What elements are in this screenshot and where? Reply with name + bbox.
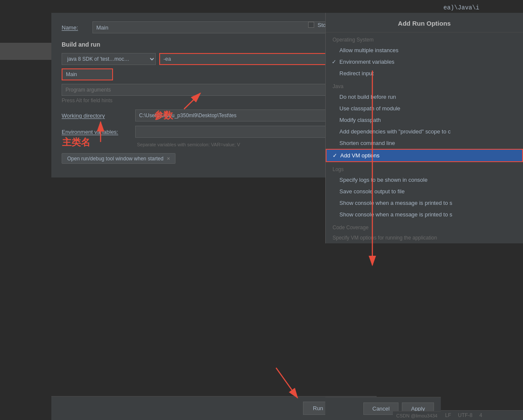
- encoding: UTF-8: [458, 412, 472, 418]
- footer: LF UTF-8 4: [441, 410, 523, 420]
- scrollbar[interactable]: [0, 43, 51, 60]
- code-coverage-header: Code Coverage: [326, 220, 523, 232]
- menu-item-classpath-module[interactable]: Use classpath of module: [326, 103, 523, 114]
- menu-item-allow-multiple[interactable]: Allow multiple instances: [326, 44, 523, 56]
- main-class-row: [62, 68, 366, 80]
- sdk-select[interactable]: java 8 SDK of 'test…moc…: [62, 53, 156, 65]
- field-hint: Press Alt for field hints: [62, 98, 366, 104]
- editor-code: ea)\Java\i: [443, 4, 479, 11]
- sdk-row: java 8 SDK of 'test…moc…: [62, 53, 366, 65]
- working-dir-label: Working directory: [62, 112, 130, 119]
- tag-close-icon[interactable]: ×: [167, 155, 170, 162]
- build-run-title: Build and run: [62, 41, 366, 48]
- tag-row: Open run/debug tool window when started …: [62, 153, 366, 164]
- menu-item-save-console[interactable]: Save console output to file: [326, 186, 523, 197]
- menu-item-add-dependencies[interactable]: Add dependencies with "provided" scope t…: [326, 126, 523, 137]
- menu-item-modify-classpath[interactable]: Modify classpath: [326, 114, 523, 126]
- svg-line-4: [276, 368, 297, 398]
- menu-item-env-variables[interactable]: Environment variables: [326, 56, 523, 68]
- tag-label: Open run/debug tool window when started: [67, 156, 163, 162]
- line-ending: LF: [445, 412, 451, 418]
- menu-item-show-console-2[interactable]: Show console when a message is printed t…: [326, 209, 523, 220]
- menu-item-shorten-cmd[interactable]: Shorten command line: [326, 137, 523, 149]
- logs-section-header: Logs: [326, 162, 523, 174]
- env-vars-row: Environment variables:: [62, 126, 366, 138]
- menu-item-specify-logs[interactable]: Specify logs to be shown in console: [326, 174, 523, 186]
- menu-item-add-vm-options[interactable]: Add VM options: [326, 149, 523, 162]
- env-vars-label: Environment variables:: [62, 129, 130, 135]
- name-label: Name:: [62, 24, 87, 31]
- add-run-options-panel: Add Run Options Operating System Allow m…: [325, 13, 523, 243]
- working-dir-row: Working directory: [62, 109, 366, 121]
- separator-hint: Separate variables with semicolon: VAR=v…: [62, 142, 366, 147]
- indent: 4: [479, 412, 482, 418]
- menu-item-redirect-input[interactable]: Redirect input: [326, 68, 523, 79]
- user-label: CSDN @limou3434: [393, 411, 441, 420]
- main-class-input[interactable]: [62, 68, 113, 80]
- add-run-options-title: Add Run Options: [326, 13, 523, 33]
- menu-item-show-console-1[interactable]: Show console when a message is printed t…: [326, 197, 523, 209]
- open-tool-window-tag[interactable]: Open run/debug tool window when started …: [62, 153, 175, 164]
- program-args-input[interactable]: [62, 84, 366, 96]
- os-section-header: Operating System: [326, 33, 523, 44]
- store-checkbox[interactable]: [308, 22, 314, 28]
- menu-item-no-build[interactable]: Do not build before run: [326, 91, 523, 103]
- java-section-header: Java: [326, 79, 523, 91]
- menu-item-specify-vm: Specify VM options for running the appli…: [326, 232, 523, 243]
